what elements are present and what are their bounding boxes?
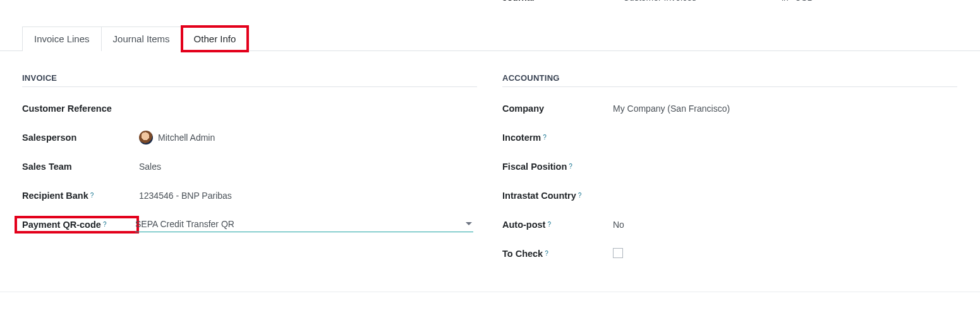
avatar-icon [139, 131, 153, 145]
to-check-checkbox[interactable] [613, 248, 957, 260]
help-icon[interactable]: ? [578, 192, 582, 199]
company-label: Company [502, 103, 613, 114]
sales-team-label: Sales Team [22, 162, 139, 172]
salesperson-label: Salesperson [22, 133, 139, 143]
recipient-bank-label: Recipient Bank ? [22, 191, 139, 201]
invoice-section-title: INVOICE [22, 73, 477, 87]
payment-qr-code-label: Payment QR-code ? [18, 220, 135, 230]
auto-post-value[interactable]: No [613, 220, 957, 230]
incoterm-label: Incoterm ? [502, 133, 613, 143]
fiscal-position-label: Fiscal Position ? [502, 162, 613, 172]
company-value[interactable]: My Company (San Francisco) [613, 103, 957, 114]
checkbox-icon [613, 248, 623, 258]
tab-bar: Invoice Lines Journal Items Other Info [0, 27, 980, 51]
intrastat-country-label: Intrastat Country ? [502, 191, 613, 201]
payment-qr-code-select[interactable]: SEPA Credit Transfer QR [135, 218, 477, 232]
help-icon[interactable]: ? [543, 134, 547, 141]
accounting-section-title: ACCOUNTING [502, 73, 957, 87]
invoice-section: INVOICE Customer Reference Salesperson M… [22, 73, 477, 274]
to-check-label: To Check ? [502, 249, 613, 259]
journal-label: Journal [502, 0, 535, 3]
accounting-section: ACCOUNTING Company My Company (San Franc… [502, 73, 957, 274]
sales-team-value[interactable]: Sales [139, 162, 477, 172]
tab-journal-items[interactable]: Journal Items [102, 27, 182, 51]
customer-reference-label: Customer Reference [22, 103, 139, 114]
journal-in: in [782, 0, 789, 3]
journal-value: Customer Invoices [623, 0, 696, 3]
tab-other-info[interactable]: Other Info [182, 27, 248, 51]
chevron-down-icon [466, 222, 472, 225]
help-icon[interactable]: ? [90, 192, 94, 199]
help-icon[interactable]: ? [103, 222, 107, 228]
journal-currency: USD [795, 0, 814, 3]
salesperson-name: Mitchell Admin [158, 133, 215, 143]
help-icon[interactable]: ? [545, 251, 548, 257]
recipient-bank-value[interactable]: 1234546 - BNP Paribas [139, 191, 477, 201]
salesperson-value[interactable]: Mitchell Admin [139, 131, 477, 145]
tab-invoice-lines[interactable]: Invoice Lines [22, 27, 102, 51]
payment-qr-code-value: SEPA Credit Transfer QR [135, 219, 234, 229]
help-icon[interactable]: ? [547, 222, 551, 228]
help-icon[interactable]: ? [569, 163, 572, 170]
auto-post-label: Auto-post ? [502, 220, 613, 230]
